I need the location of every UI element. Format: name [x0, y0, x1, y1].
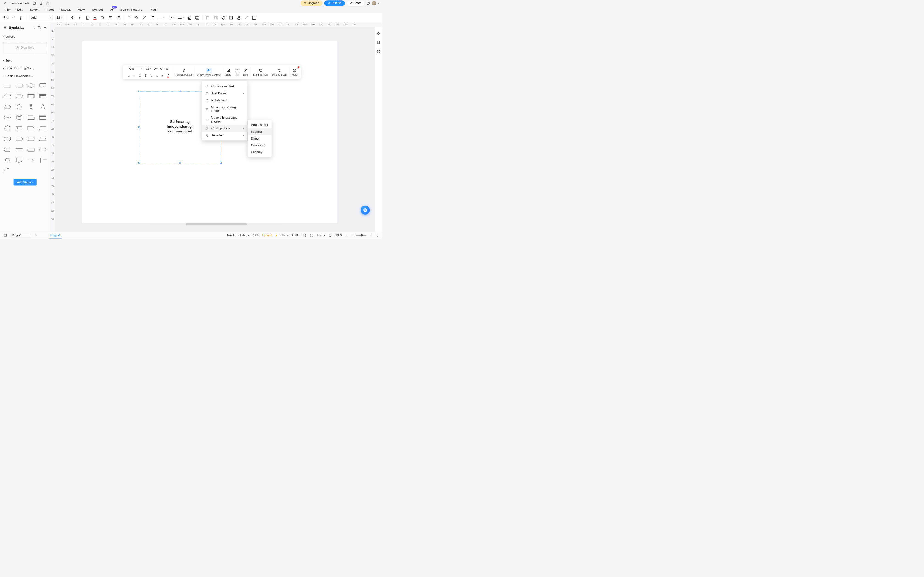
menu-layout[interactable]: Layout — [61, 8, 71, 11]
shape-trapezoid-right[interactable] — [37, 124, 48, 133]
ai-make-longer[interactable]: Make this passage longer — [202, 104, 247, 114]
shape-terminator[interactable] — [14, 92, 24, 101]
shape-display[interactable] — [26, 134, 36, 143]
align-text-icon[interactable] — [165, 66, 170, 71]
export-icon[interactable] — [39, 2, 43, 5]
ft-fill[interactable]: Fill — [233, 65, 241, 79]
shape-predefined[interactable] — [26, 92, 36, 101]
ft-line[interactable]: Line — [242, 65, 249, 79]
font-size-select[interactable]: 12 ▾ — [55, 15, 63, 20]
theme-icon[interactable] — [376, 31, 381, 36]
present-icon[interactable] — [328, 234, 332, 237]
avatar[interactable] — [372, 1, 376, 6]
resize-handle-bl[interactable] — [138, 162, 140, 164]
arrow-start-icon[interactable]: ▾ — [168, 15, 174, 20]
horizontal-scrollbar[interactable] — [150, 223, 283, 225]
shape-rounded-rect[interactable] — [14, 81, 24, 90]
zoom-in-icon[interactable]: + — [370, 233, 372, 237]
canvas-wrap[interactable]: -100102030405060708090100110120130140150… — [50, 27, 382, 232]
focus-label[interactable]: Focus — [317, 234, 325, 237]
line-weight-icon[interactable]: ▾ — [177, 15, 184, 20]
grid-icon[interactable] — [376, 50, 381, 54]
shape-parallelogram[interactable] — [2, 92, 13, 101]
shape-connector-circle[interactable] — [2, 156, 13, 165]
fill-icon[interactable] — [134, 15, 139, 20]
shape-card[interactable] — [26, 113, 36, 122]
shape-hexagon[interactable] — [2, 145, 13, 154]
ai-translate[interactable]: Translate ▸ — [202, 132, 247, 139]
shape-annotation[interactable]: note text — [37, 156, 48, 165]
line-tool-icon[interactable] — [142, 15, 147, 20]
add-shapes-button[interactable]: Add Shapes — [14, 179, 37, 185]
align-left-group-icon[interactable] — [205, 15, 210, 20]
shape-terminator2[interactable] — [37, 145, 48, 154]
layer-icon[interactable] — [195, 15, 199, 20]
help-icon[interactable] — [366, 2, 370, 5]
drag-here-zone[interactable]: Drag Here — [3, 42, 47, 53]
format-painter-icon[interactable] — [19, 15, 24, 20]
ft-style[interactable]: Style — [224, 65, 233, 79]
resize-handle-br[interactable] — [220, 162, 222, 164]
text-size-icon[interactable] — [100, 15, 105, 20]
resize-handle-tl[interactable] — [138, 91, 140, 92]
shape-cylinder[interactable] — [14, 113, 24, 122]
shape-yes-pill[interactable]: Yes — [2, 113, 13, 122]
font-select[interactable]: Arial ▾ — [30, 15, 53, 20]
shape-parallel-lines[interactable] — [14, 145, 24, 154]
category-text[interactable]: ▸ Text — [0, 56, 50, 64]
underline-icon[interactable]: U — [85, 15, 90, 20]
menu-symbol[interactable]: Symbol — [92, 8, 103, 11]
add-page-icon[interactable]: + — [34, 234, 38, 237]
tone-informal[interactable]: Informal — [248, 128, 272, 135]
connector-icon[interactable] — [150, 15, 155, 20]
zoom-value[interactable]: 100% — [336, 234, 343, 237]
shape-trapezoid-left[interactable] — [26, 124, 36, 133]
resize-grip-icon[interactable]: ⟋ — [298, 76, 300, 78]
share-button[interactable]: Share — [347, 0, 364, 6]
letterspacing-icon[interactable]: ab — [161, 74, 165, 78]
ai-polish-text[interactable]: Polish Text — [202, 97, 247, 104]
numbered-list-icon[interactable]: 1 — [149, 74, 153, 78]
ai-change-tone[interactable]: Change Tone ▸ — [202, 125, 247, 132]
layers-icon[interactable] — [303, 234, 306, 237]
account-dropdown-icon[interactable]: ▾ — [378, 2, 379, 5]
chevron-down-icon[interactable]: ▾ — [347, 234, 347, 236]
lock-icon[interactable] — [236, 15, 241, 20]
distribute-icon[interactable] — [213, 15, 218, 20]
page-select[interactable]: Page-1 ▾ — [10, 233, 31, 237]
ft-ai-generated[interactable]: AI AI generated content — [196, 65, 222, 79]
shape-decision[interactable] — [26, 81, 36, 90]
tone-professional[interactable]: Professional — [248, 121, 272, 128]
zoom-knob[interactable] — [360, 234, 363, 236]
chat-assistant-button[interactable] — [360, 206, 370, 214]
resize-handle-mt[interactable] — [179, 91, 181, 92]
tone-friendly[interactable]: Friendly — [248, 149, 272, 156]
ft-send-back[interactable]: Send to Back — [270, 65, 288, 79]
bold-icon[interactable]: B — [126, 74, 131, 78]
font-color-icon[interactable] — [93, 15, 97, 20]
focus-target-icon[interactable] — [310, 234, 313, 237]
line-style-icon[interactable]: ▾ — [158, 15, 165, 20]
menu-search-feature[interactable]: Search Feature — [120, 8, 142, 11]
shape-person[interactable] — [37, 102, 48, 111]
shape-hcylinder[interactable] — [14, 124, 24, 133]
pin-icon[interactable]: 📌 — [297, 66, 300, 69]
save-icon[interactable] — [32, 2, 36, 5]
fullscreen-icon[interactable] — [375, 234, 379, 237]
align-icon[interactable] — [108, 15, 113, 20]
font-increase-icon[interactable]: A+ — [154, 66, 158, 71]
menu-edit[interactable]: Edit — [17, 8, 23, 11]
ai-continuous-text[interactable]: Continuous Text — [202, 83, 247, 90]
tone-confident[interactable]: Confident — [248, 142, 272, 149]
italic-icon[interactable]: I — [77, 15, 82, 20]
tools-icon[interactable] — [244, 15, 249, 20]
panel-toggle-icon[interactable] — [3, 234, 7, 237]
menu-plugin[interactable]: Plugin — [150, 8, 158, 11]
shape-delay[interactable] — [14, 134, 24, 143]
scrollbar-thumb[interactable] — [186, 223, 247, 225]
shape-arc[interactable] — [2, 166, 13, 176]
shape-arrow-right[interactable] — [26, 156, 36, 165]
menu-file[interactable]: File — [5, 8, 10, 11]
zoom-slider[interactable] — [356, 235, 366, 235]
search-icon[interactable] — [38, 26, 41, 29]
